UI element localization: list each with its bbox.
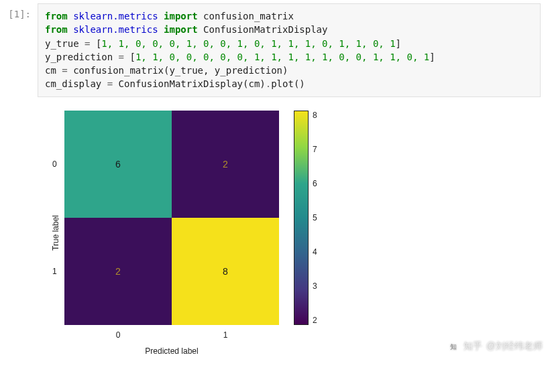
bracket-open: [ xyxy=(129,52,135,62)
y-tick: 0 xyxy=(52,159,57,169)
cbar-tick: 7 xyxy=(313,145,317,154)
zhihu-icon: 知 xyxy=(447,340,459,352)
equals-op: = xyxy=(79,38,96,49)
y-ticks: 0 1 xyxy=(52,111,57,325)
jupyter-cell: [1]: from sklearn.metrics import confusi… xyxy=(0,0,546,101)
cm-cell-1-0: 2 xyxy=(64,218,172,325)
heatmap-grid: 6 2 2 8 xyxy=(64,111,279,325)
keyword-from: from xyxy=(45,24,68,35)
fn-call: confusion_matrix(y_true, y_prediction) xyxy=(73,65,288,76)
bracket-close: ] xyxy=(429,52,435,62)
input-prompt: [1]: xyxy=(0,3,38,97)
cm-value: 2 xyxy=(115,266,121,277)
cbar-tick: 2 xyxy=(313,316,317,325)
colorbar-ticks: 8 7 6 5 4 3 2 xyxy=(309,111,317,325)
code-line-3: y_true = [1, 1, 0, 0, 0, 1, 0, 0, 1, 0, … xyxy=(45,37,533,50)
colorbar-gradient xyxy=(294,111,309,325)
cbar-tick: 6 xyxy=(313,179,317,188)
code-line-2: from sklearn.metrics import ConfusionMat… xyxy=(45,23,533,36)
cm-value: 8 xyxy=(223,266,228,277)
svg-text:知: 知 xyxy=(450,343,457,350)
y-tick: 1 xyxy=(52,267,57,276)
code-line-4: y_prediction = [1, 1, 0, 0, 0, 0, 0, 1, … xyxy=(45,50,533,64)
dot-op: . xyxy=(266,78,271,89)
x-tick: 0 xyxy=(116,330,121,340)
code-line-5: cm = confusion_matrix(y_true, y_predicti… xyxy=(45,64,533,77)
cbar-tick: 4 xyxy=(313,247,317,257)
import-name: ConfusionMatrixDisplay xyxy=(203,24,327,35)
cm-value: 2 xyxy=(223,159,228,170)
watermark-brand: 知乎 xyxy=(463,340,482,352)
var-name: y_true xyxy=(45,38,79,49)
confusion-matrix-figure: True label 0 1 6 2 2 8 0 1 Predicted lab… xyxy=(51,111,546,356)
keyword-import: import xyxy=(164,24,198,35)
var-name: cm_display xyxy=(45,78,101,89)
list-values: 1, 1, 0, 0, 0, 0, 0, 1, 1, 1, 1, 1, 0, 0… xyxy=(135,52,429,62)
cbar-tick: 5 xyxy=(313,213,317,222)
cm-value: 6 xyxy=(115,159,121,170)
code-line-1: from sklearn.metrics import confusion_ma… xyxy=(45,9,533,23)
module-name: sklearn.metrics xyxy=(73,11,158,21)
cbar-tick: 3 xyxy=(313,281,317,291)
equals-op: = xyxy=(101,78,118,89)
method-name: plot xyxy=(271,78,294,89)
bracket-close: ] xyxy=(396,38,401,49)
cm-cell-0-1: 2 xyxy=(172,111,279,218)
equals-op: = xyxy=(56,65,73,76)
cbar-tick: 8 xyxy=(313,111,317,120)
keyword-import: import xyxy=(164,11,198,21)
import-name: confusion_matrix xyxy=(203,11,294,21)
cm-cell-0-0: 6 xyxy=(64,111,172,218)
x-axis-label: Predicted label xyxy=(64,340,279,356)
module-name: sklearn.metrics xyxy=(73,24,158,35)
cell-output: True label 0 1 6 2 2 8 0 1 Predicted lab… xyxy=(38,101,546,356)
watermark-user: @刘经纬老师 xyxy=(486,340,543,352)
keyword-from: from xyxy=(45,11,68,21)
watermark: 知 知乎 @刘经纬老师 xyxy=(447,340,543,352)
code-input[interactable]: from sklearn.metrics import confusion_ma… xyxy=(38,3,541,97)
var-name: y_prediction xyxy=(45,52,113,62)
fn-call: ConfusionMatrixDisplay(cm) xyxy=(119,78,266,89)
cm-cell-1-1: 8 xyxy=(172,218,279,325)
var-name: cm xyxy=(45,65,56,76)
parens: () xyxy=(294,78,305,89)
code-line-6: cm_display = ConfusionMatrixDisplay(cm).… xyxy=(45,77,533,90)
list-values: 1, 1, 0, 0, 0, 1, 0, 0, 1, 0, 1, 1, 1, 0… xyxy=(101,38,395,49)
x-tick: 1 xyxy=(223,330,228,340)
x-ticks: 0 1 xyxy=(64,325,279,340)
heatmap-axes: 0 1 6 2 2 8 0 1 Predicted label xyxy=(64,111,279,356)
colorbar: 8 7 6 5 4 3 2 xyxy=(294,111,317,325)
equals-op: = xyxy=(113,52,129,62)
